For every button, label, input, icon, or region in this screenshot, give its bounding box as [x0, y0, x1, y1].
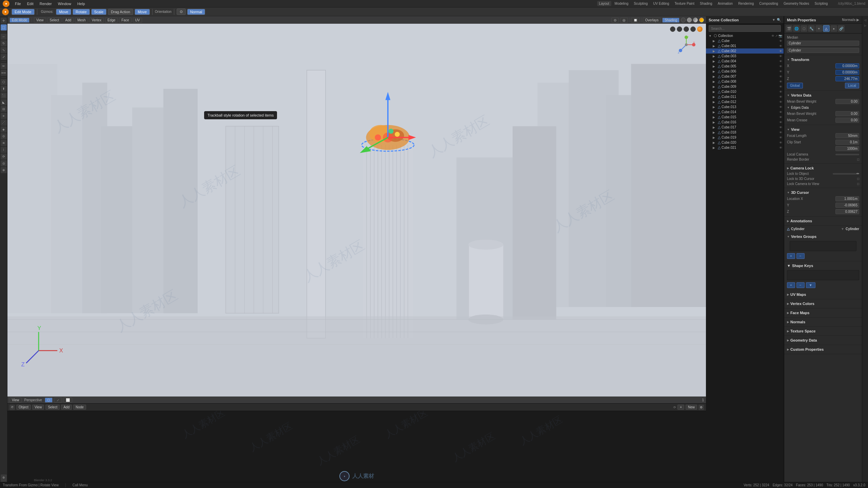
vp-select-menu[interactable]: Select	[47, 18, 62, 23]
menu-file[interactable]: File	[12, 1, 24, 6]
vp-global-btn[interactable]: ⊙	[611, 18, 619, 23]
annotations-header[interactable]: ▶ Annotations	[787, 218, 859, 224]
camera-lock-header[interactable]: ▶ Camera Lock	[787, 165, 859, 171]
workspace-layout[interactable]: Layout	[597, 1, 611, 6]
texture-space-header[interactable]: ▶ Texture Space	[787, 328, 859, 334]
object-name-field[interactable]	[787, 41, 859, 46]
outliner-cube-17[interactable]: ▶ △ Cube.017 👁	[706, 125, 784, 130]
tool-measure[interactable]: ⟺	[1, 70, 7, 76]
menu-window[interactable]: Window	[55, 1, 74, 6]
outliner-cube-0[interactable]: ▶ △ Cube 👁	[706, 38, 784, 43]
outliner-cube-13[interactable]: ▶ △ Cube.013 👁	[706, 104, 784, 109]
timeline-options-icon[interactable]: ⚙	[698, 405, 704, 410]
props-objectdata-icon-btn[interactable]: △	[823, 25, 830, 32]
workspace-texture[interactable]: Texture Paint	[673, 1, 696, 6]
outliner-cube-7[interactable]: ▶ △ Cube.007 👁	[706, 74, 784, 79]
outliner-cube-11[interactable]: ▶ △ Cube.011 👁	[706, 94, 784, 99]
render-border-toggle[interactable]: □	[857, 158, 859, 161]
loc-z-value[interactable]: 246.77m	[835, 76, 859, 81]
tool-poly-build[interactable]: ◈	[1, 126, 7, 133]
timeline-view-menu[interactable]: View	[32, 405, 44, 410]
shading-wire[interactable]	[681, 18, 686, 22]
lock-camera-view-toggle[interactable]: □	[857, 182, 859, 186]
rotate-tool-btn[interactable]: Rotate	[73, 9, 90, 15]
tool-spin[interactable]: ⊙	[1, 133, 7, 139]
props-material-icon-btn[interactable]: ●	[830, 25, 837, 32]
tool-offset-edge[interactable]: ≡	[1, 113, 7, 119]
select-vertex-btn[interactable]: ⬡	[45, 398, 53, 403]
workspace-shading[interactable]: Shading	[698, 1, 714, 6]
tool-move[interactable]: ↔	[1, 34, 7, 40]
viewport-3d[interactable]: Edit Mode View Select Add Mesh Vertex Ed…	[7, 16, 706, 403]
workspace-modeling[interactable]: Modeling	[613, 1, 631, 6]
gizmo-circle-4[interactable]	[690, 26, 696, 32]
props-constraints-icon-btn[interactable]: 🔗	[838, 25, 845, 32]
shading-solid[interactable]	[687, 18, 692, 22]
vp-uv-menu[interactable]: UV	[133, 18, 142, 23]
outliner-cube-12[interactable]: ▶ △ Cube.012 👁	[706, 99, 784, 104]
strip-expand-icon[interactable]: ◁	[863, 18, 868, 22]
tool-loop-cut[interactable]: ⊟	[1, 106, 7, 112]
sk-remove-btn[interactable]: −	[796, 282, 805, 288]
outliner-search-icon[interactable]: 🔍	[777, 18, 781, 22]
outliner-cube-4[interactable]: ▶ △ Cube.004 👁	[706, 59, 784, 64]
gizmo-circle-orange[interactable]	[697, 26, 703, 32]
move-tool-btn[interactable]: Move	[56, 9, 71, 15]
outliner-cube-5[interactable]: ▶ △ Cube.005 👁	[706, 64, 784, 69]
view-header[interactable]: ▼ View	[787, 126, 859, 133]
vp-view-menu[interactable]: View	[34, 18, 46, 23]
vertex-data-header[interactable]: ▼ Vertex Data	[787, 92, 859, 98]
timeline-playback-icon[interactable]: +	[677, 405, 684, 410]
strip-collapse-icon[interactable]: ▷	[863, 23, 868, 28]
outliner-cube-19[interactable]: ▶ △ Cube.019 👁	[706, 135, 784, 140]
select-edge-btn[interactable]: ⟋	[54, 398, 62, 403]
vis-camera[interactable]: 📷	[778, 34, 782, 38]
tool-bevel[interactable]: ◣	[1, 99, 7, 105]
timeline-node-menu[interactable]: Node	[73, 405, 86, 410]
outliner-cube-15[interactable]: ▶ △ Cube.015 👁	[706, 115, 784, 120]
tool-transform[interactable]: ⤢	[1, 54, 7, 60]
cursor-z-value[interactable]: 0.00627	[835, 209, 859, 214]
props-world-icon-btn[interactable]: 🌐	[793, 25, 800, 32]
normal-orientation-btn[interactable]: Normal	[187, 9, 205, 15]
loc-x-value[interactable]: 0.00000m	[835, 63, 859, 68]
edges-data-header[interactable]: ▼ Edges Data	[787, 105, 859, 110]
workspace-scripting[interactable]: Scripting	[812, 1, 830, 6]
outliner-cube-14[interactable]: ▶ △ Cube.014 👁	[706, 109, 784, 115]
shading-btn[interactable]: Shading	[662, 18, 679, 23]
overlays-btn[interactable]: Overlays	[643, 18, 661, 23]
timeline-object-menu[interactable]: Object	[16, 405, 31, 410]
props-modifiers-icon-btn[interactable]: 🔧	[808, 25, 815, 32]
cube-vis-eye[interactable]: 👁	[779, 39, 782, 43]
vertex-groups-header[interactable]: ▼ Vertex Groups	[787, 233, 859, 240]
tool-cursor[interactable]: ✛	[1, 18, 7, 24]
workspace-sculpting[interactable]: Sculpting	[632, 1, 650, 6]
scale-tool-btn[interactable]: Scale	[91, 9, 107, 15]
outliner-cube-21[interactable]: ▶ △ Cube.021 👁	[706, 145, 784, 150]
outliner-cube-9[interactable]: ▶ △ Cube.009 👁	[706, 84, 784, 89]
local-camera-value[interactable]	[835, 154, 859, 155]
gizmo-circle-1[interactable]	[670, 26, 675, 32]
workspace-uv[interactable]: UV Editing	[651, 1, 671, 6]
cursor-3d-header[interactable]: ▼ 3D Cursor	[787, 189, 859, 196]
mode-edit-btn[interactable]: Edit Mode	[12, 9, 35, 15]
tool-select[interactable]: ⬚	[1, 24, 7, 30]
vg-add-btn[interactable]: +	[787, 253, 795, 259]
timeline-select-menu[interactable]: Select	[45, 405, 60, 410]
tool-annotate[interactable]: ✏	[1, 63, 7, 69]
props-particles-icon-btn[interactable]: ✦	[815, 25, 822, 32]
shape-keys-header[interactable]: ▼ Shape Keys	[787, 263, 859, 269]
tool-randomize[interactable]: ⁞	[1, 147, 7, 153]
props-object-icon-btn[interactable]: ⬡	[801, 25, 807, 32]
sk-options-btn[interactable]: ▼	[806, 282, 815, 288]
lock-to-obj-pick-btn[interactable]: ✏	[856, 172, 859, 176]
gizmo-circle-2[interactable]	[677, 26, 682, 32]
vp-add-menu[interactable]: Add	[63, 18, 74, 23]
tool-add-mesh[interactable]: ⬡	[1, 79, 7, 85]
props-normals-toggle[interactable]: Normals ▶	[842, 18, 859, 22]
tool-shapekeys-small[interactable]: ⊚	[1, 474, 7, 481]
axis-gizmo[interactable]: X Y Z	[676, 35, 696, 55]
vp-face-menu[interactable]: Face	[119, 18, 131, 23]
menu-render[interactable]: Render	[37, 1, 55, 6]
outliner-collection[interactable]: ▼ ⬡ Collection 👁 ↗ 📷	[706, 33, 784, 38]
